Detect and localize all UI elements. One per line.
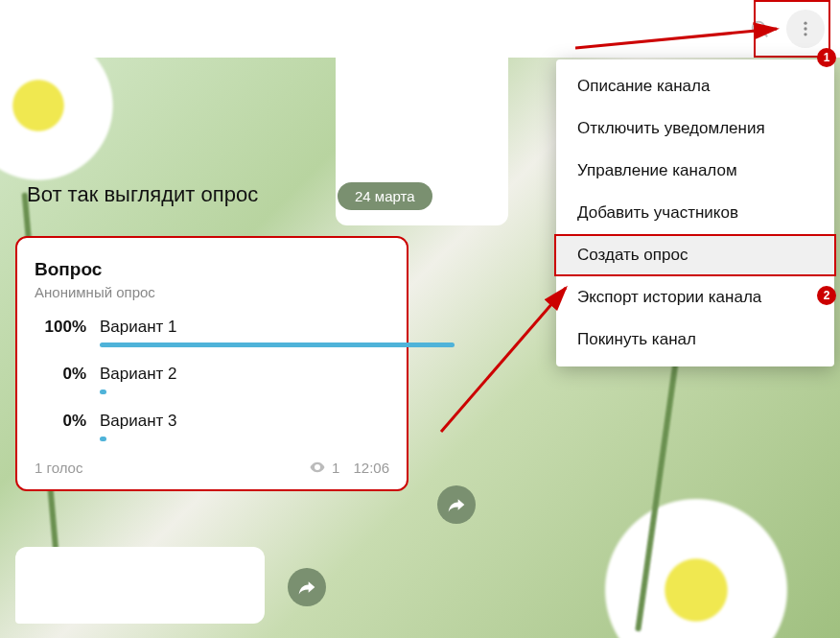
poll-option[interactable]: 100% Вариант 1: [35, 318, 389, 347]
svg-point-4: [804, 33, 806, 35]
date-separator: 24 марта: [338, 182, 432, 210]
menu-item-label: Создать опрос: [577, 246, 688, 264]
menu-item-manage-channel[interactable]: Управление каналом: [556, 150, 834, 192]
poll-option-bar: [100, 437, 106, 441]
poll-option[interactable]: 0% Вариант 3: [35, 412, 389, 441]
poll-votes-count: 1 голос: [35, 460, 309, 476]
share-button[interactable]: [288, 568, 326, 606]
heading-text: Вот так выглядит опрос: [27, 182, 258, 207]
more-button[interactable]: [786, 10, 825, 48]
poll-option-bar: [100, 390, 106, 394]
message-bubble: [15, 547, 265, 624]
svg-line-1: [763, 33, 767, 36]
poll-option-bar: [100, 343, 455, 347]
menu-item-create-poll[interactable]: Создать опрос: [556, 234, 834, 276]
menu-item-channel-description[interactable]: Описание канала: [556, 65, 834, 107]
background-decoration: [0, 58, 125, 192]
context-menu: Описание канала Отключить уведомления Уп…: [556, 59, 834, 366]
svg-point-2: [804, 22, 806, 25]
poll-views-count: 1: [332, 460, 339, 476]
poll-time: 12:06: [353, 460, 389, 476]
poll-card: Вопрос Анонимный опрос 100% Вариант 1 0%…: [15, 236, 408, 491]
poll-option-label: Вариант 1: [100, 318, 177, 337]
poll-option-pct: 100%: [35, 318, 86, 337]
svg-point-3: [804, 27, 806, 30]
poll-footer: 1 голос 1 12:06: [35, 459, 389, 476]
share-icon: [447, 495, 466, 514]
menu-item-export-history[interactable]: Экспорт истории канала: [556, 276, 834, 319]
poll-option-pct: 0%: [35, 412, 86, 431]
svg-point-0: [753, 22, 765, 35]
annotation-badge-2: 2: [817, 286, 836, 305]
annotation-badge-1: 1: [817, 48, 836, 67]
search-button[interactable]: [740, 10, 779, 48]
share-button[interactable]: [437, 485, 476, 524]
poll-option[interactable]: 0% Вариант 2: [35, 365, 389, 394]
background-decoration: [591, 484, 802, 638]
poll-views: 1: [309, 459, 339, 476]
poll-option-label: Вариант 2: [100, 365, 177, 384]
share-icon: [297, 578, 316, 597]
poll-option-pct: 0%: [35, 365, 86, 384]
eye-icon: [309, 459, 326, 476]
topbar: [0, 0, 840, 58]
menu-item-leave-channel[interactable]: Покинуть канал: [556, 319, 834, 361]
more-vertical-icon: [796, 19, 815, 38]
poll-option-label: Вариант 3: [100, 412, 177, 431]
poll-subtitle: Анонимный опрос: [35, 284, 389, 300]
poll-title: Вопрос: [35, 259, 389, 280]
menu-item-mute-notifications[interactable]: Отключить уведомления: [556, 107, 834, 150]
search-icon: [749, 18, 770, 39]
menu-item-add-members[interactable]: Добавить участников: [556, 192, 834, 234]
